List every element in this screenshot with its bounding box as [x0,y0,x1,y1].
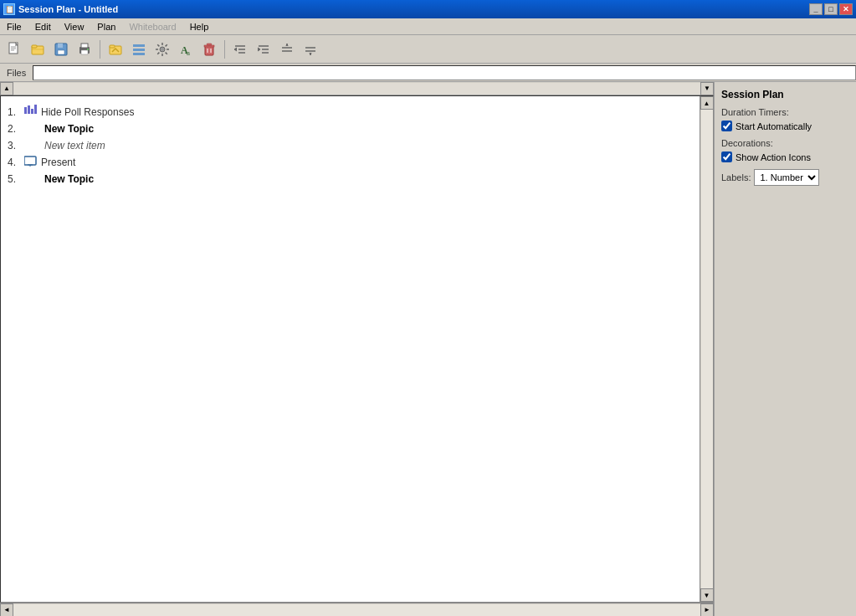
svg-rect-39 [31,109,33,114]
menu-item-edit[interactable]: Edit [28,20,58,33]
app-icon: 📋 [3,3,15,15]
right-panel-title: Session Plan [721,89,849,100]
scroll-up-btn[interactable]: ▲ [700,96,714,110]
toolbar: Aa [0,35,856,64]
scroll-right-btn[interactable]: ► [700,603,714,617]
decorations-label: Decorations: [721,138,849,148]
menu-bar: FileEditViewPlanWhiteboardHelp [0,18,856,35]
svg-rect-18 [133,53,145,55]
top-scrollbar: ▲ ▼ [0,82,714,95]
svg-rect-22 [205,46,213,55]
labels-label: Labels: [721,172,751,182]
svg-rect-11 [81,44,88,48]
close-button[interactable]: ✕ [839,3,853,15]
show-action-icons-label: Show Action Icons [736,152,811,162]
poll-icon [24,105,38,119]
open-button[interactable] [27,38,49,60]
content-area: 1.Hide Poll Responses2.New Topic3.New te… [0,95,714,603]
start-automatically-checkbox[interactable] [721,121,732,131]
new-file-button[interactable] [3,38,25,60]
right-panel: Session Plan Duration Timers: Start Auto… [714,82,856,616]
move-up-button[interactable] [276,38,298,60]
svg-rect-41 [24,157,36,165]
session-list: 1.Hide Poll Responses2.New Topic3.New te… [1,96,700,194]
svg-rect-15 [110,45,115,48]
menu-item-file[interactable]: File [0,20,28,33]
files-bar: Files [0,64,856,82]
indent-increase-button[interactable] [253,38,274,60]
menu-item-plan[interactable]: Plan [90,20,122,33]
present-icon [24,156,38,169]
item-text-2: New text item [44,140,105,151]
files-label: Files [0,68,33,78]
item-text-3: Present [41,157,75,168]
list-view-button[interactable] [128,38,150,60]
svg-rect-25 [204,45,214,47]
window-title: Session Plan - Untitled [18,4,118,14]
svg-rect-17 [133,49,145,51]
svg-rect-26 [207,44,212,45]
save-button[interactable] [50,38,72,60]
menu-item-help[interactable]: Help [183,20,216,33]
scroll-down-arrow[interactable]: ▼ [700,82,714,95]
session-item-3[interactable]: 4.Present [4,154,696,171]
svg-rect-16 [133,44,145,47]
svg-point-19 [160,47,165,52]
svg-rect-40 [34,105,37,114]
minimize-button[interactable]: _ [809,3,823,15]
start-automatically-row: Start Automatically [721,121,849,131]
move-down-button[interactable] [300,38,321,60]
settings-button[interactable] [151,38,173,60]
svg-text:a: a [187,49,190,57]
duration-timers-label: Duration Timers: [721,107,849,117]
text-format-button[interactable]: Aa [175,38,197,60]
scroll-left-btn[interactable]: ◄ [0,603,13,617]
item-number-2: 3. [8,140,24,151]
delete-button[interactable] [198,38,220,60]
print-button[interactable] [74,38,95,60]
maximize-button[interactable]: □ [824,3,838,15]
labels-select[interactable]: 1. Number A. Letter None [754,169,819,186]
show-action-icons-checkbox[interactable] [721,151,732,162]
svg-rect-5 [32,45,37,48]
scroll-thumb[interactable] [701,110,713,588]
svg-rect-37 [24,107,27,114]
scroll-track[interactable] [13,83,700,95]
h-scroll-track[interactable] [13,604,700,616]
content-wrapper: ▲ ▼ 1.Hide Poll Responses2.New Topic3.Ne… [0,82,714,616]
scroll-up-arrow[interactable]: ▲ [0,82,13,95]
indent-decrease-button[interactable] [229,38,251,60]
title-bar: 📋 Session Plan - Untitled _ □ ✕ [0,0,856,18]
svg-point-13 [87,49,89,50]
item-text-4: New Topic [44,173,94,185]
session-item-4[interactable]: 5.New Topic [4,171,696,187]
horizontal-scrollbar: ◄ ► [0,603,714,616]
session-item-1[interactable]: 2.New Topic [4,121,696,137]
main-area: ▲ ▼ 1.Hide Poll Responses2.New Topic3.Ne… [0,82,856,616]
labels-row: Labels: 1. Number A. Letter None [721,169,849,186]
open-folder-button[interactable] [105,38,126,60]
scroll-down-btn[interactable]: ▼ [700,588,714,602]
svg-rect-12 [81,50,88,54]
show-action-icons-row: Show Action Icons [721,151,849,162]
menu-item-whiteboard: Whiteboard [122,20,182,33]
session-item-0[interactable]: 1.Hide Poll Responses [4,103,696,121]
files-content[interactable] [33,65,856,80]
vertical-scrollbar: ▲ ▼ [700,96,713,602]
svg-rect-38 [28,105,30,114]
item-text-0: Hide Poll Responses [41,106,134,118]
item-number-3: 4. [8,157,24,168]
svg-rect-9 [58,50,64,54]
item-number-4: 5. [8,173,24,185]
svg-rect-8 [58,44,63,48]
session-item-2[interactable]: 3.New text item [4,137,696,154]
start-automatically-label: Start Automatically [736,121,812,131]
item-number-1: 2. [8,123,24,135]
item-number-0: 1. [8,106,24,118]
menu-item-view[interactable]: View [58,20,91,33]
item-text-1: New Topic [44,123,94,135]
